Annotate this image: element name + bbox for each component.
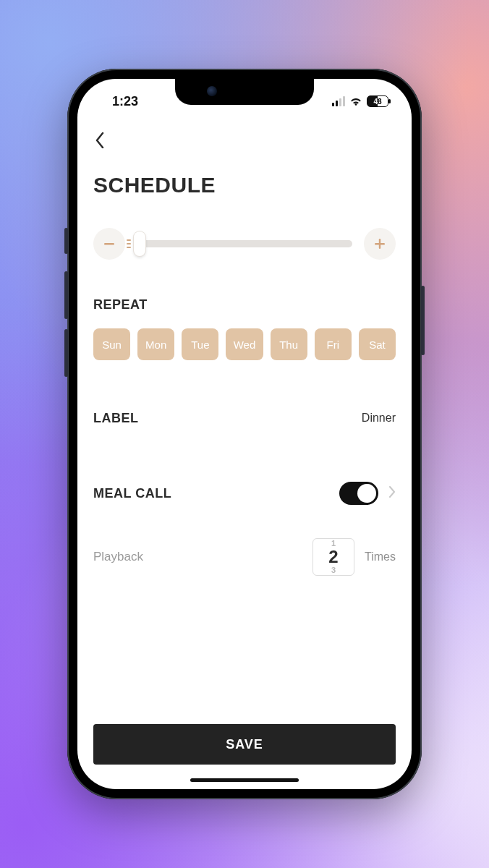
notch	[175, 79, 314, 105]
playback-value: 2	[328, 548, 338, 566]
playback-suffix: Times	[365, 550, 396, 563]
repeat-days: Sun Mon Tue Wed Thu Fri Sat	[93, 328, 396, 360]
phone-side-button	[64, 329, 68, 377]
portion-slider-row	[93, 228, 396, 260]
phone-side-button	[421, 286, 425, 355]
slider-thumb[interactable]	[134, 231, 145, 256]
label-row[interactable]: LABEL Dinner	[93, 399, 396, 437]
day-mon[interactable]: Mon	[137, 328, 174, 360]
front-camera	[207, 86, 217, 96]
phone-frame: 1:23 48 SCHEDULE	[67, 69, 422, 799]
toggle-knob	[357, 484, 376, 503]
playback-next: 3	[331, 566, 336, 574]
minus-icon	[103, 237, 116, 250]
day-wed[interactable]: Wed	[226, 328, 263, 360]
day-sun[interactable]: Sun	[93, 328, 130, 360]
meal-call-heading: MEAL CALL	[93, 486, 171, 501]
plus-icon	[373, 237, 386, 250]
content: SCHEDULE REPEAT	[77, 79, 412, 789]
screen: 1:23 48 SCHEDULE	[77, 79, 412, 789]
cellular-icon	[332, 96, 345, 106]
status-indicators: 48	[332, 95, 388, 107]
label-heading: LABEL	[93, 411, 139, 426]
back-button[interactable]	[95, 132, 105, 148]
increase-button[interactable]	[364, 228, 396, 260]
phone-side-button	[64, 228, 68, 254]
home-indicator[interactable]	[190, 778, 299, 782]
day-sat[interactable]: Sat	[359, 328, 396, 360]
svg-rect-0	[104, 243, 114, 244]
svg-rect-2	[379, 239, 380, 249]
save-button[interactable]: SAVE	[93, 724, 396, 765]
status-time: 1:23	[112, 94, 138, 109]
portion-slider[interactable]	[137, 240, 352, 247]
decrease-button[interactable]	[93, 228, 125, 260]
meal-call-detail-button[interactable]	[388, 486, 396, 501]
chevron-right-icon	[388, 486, 396, 498]
day-thu[interactable]: Thu	[271, 328, 307, 360]
repeat-heading: REPEAT	[93, 297, 396, 312]
day-tue[interactable]: Tue	[182, 328, 218, 360]
playback-picker[interactable]: 1 2 3	[312, 538, 354, 576]
meal-call-toggle[interactable]	[339, 482, 378, 505]
battery-percent: 48	[373, 98, 381, 106]
wifi-icon	[349, 96, 362, 106]
phone-side-button	[64, 271, 68, 319]
meal-call-row: MEAL CALL	[93, 475, 396, 512]
battery-icon: 48	[367, 95, 388, 107]
playback-row: Playback 1 2 3 Times	[93, 538, 396, 576]
page-title: SCHEDULE	[93, 173, 396, 197]
day-fri[interactable]: Fri	[315, 328, 352, 360]
label-value: Dinner	[362, 412, 396, 425]
playback-label: Playback	[93, 550, 143, 564]
